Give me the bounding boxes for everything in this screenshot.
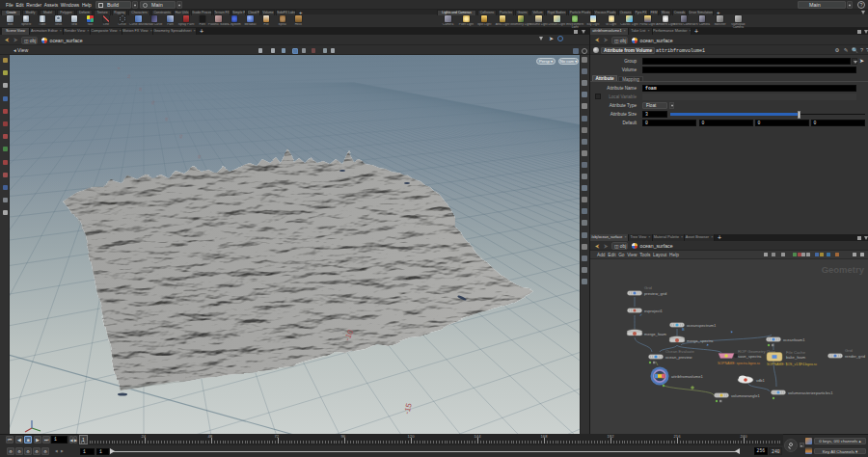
svg-text:oceanspectrum1: oceanspectrum1 <box>687 323 717 328</box>
svg-text:SOPNAME: $OS_v1.$F4.bgeo.sc: SOPNAME: $OS_v1.$F4.bgeo.sc <box>767 363 818 366</box>
svg-text:render_grid: render_grid <box>845 354 866 359</box>
svg-text:oceanfoam1: oceanfoam1 <box>783 337 805 342</box>
svg-text:save_spectra: save_spectra <box>738 354 762 359</box>
svg-text:volumerasterizeparticles1: volumerasterizeparticles1 <box>788 390 833 395</box>
svg-text:✓: ✓ <box>639 312 642 317</box>
svg-text:evproject1: evproject1 <box>644 309 664 313</box>
svg-text:Geometry: Geometry <box>822 264 865 275</box>
svg-text:bake_foam: bake_foam <box>786 355 806 360</box>
svg-text:attribfromvolume1: attribfromvolume1 <box>671 374 703 379</box>
svg-text:volumewrangle1: volumewrangle1 <box>731 393 761 398</box>
svg-text:SOPNAME: spectra.bgeo.sc: SOPNAME: spectra.bgeo.sc <box>718 362 760 365</box>
svg-text:Ocean Evaluate: Ocean Evaluate <box>665 349 694 354</box>
svg-text:merge_spectra: merge_spectra <box>687 338 714 343</box>
svg-text:Grid: Grid <box>845 348 854 353</box>
svg-text:merge_foam: merge_foam <box>644 332 667 336</box>
svg-text:ocean_preview: ocean_preview <box>665 355 692 360</box>
svg-text:Grid: Grid <box>644 285 653 290</box>
svg-text:vdb1: vdb1 <box>756 378 766 383</box>
svg-text:preview_grid: preview_grid <box>644 291 667 296</box>
svg-text:B: B <box>682 327 685 332</box>
